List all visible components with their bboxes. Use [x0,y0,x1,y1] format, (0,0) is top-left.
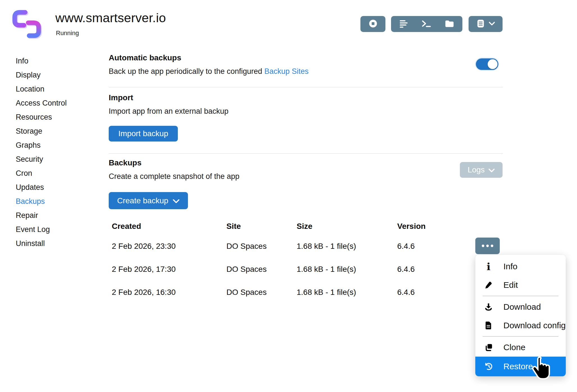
backup-sites-link[interactable]: Backup Sites [264,67,309,76]
menu-divider [483,336,558,337]
sidebar-item-resources[interactable]: Resources [16,110,94,124]
download-icon [483,303,494,311]
menu-item-label: Edit [503,280,518,290]
menu-item-clone[interactable]: Clone [475,338,566,357]
chevron-down-icon [173,196,180,205]
backups-title: Backups [109,158,239,167]
import-section: Import Import app from an external backu… [109,93,228,116]
backups-description: Create a complete snapshot of the app [109,172,239,181]
sidebar-item-event-log[interactable]: Event Log [16,222,94,236]
toggle-knob [488,59,498,69]
folder-icon[interactable] [445,19,454,29]
import-backup-label: Import backup [118,129,168,138]
info-icon: i [483,261,494,272]
sidebar-item-updates[interactable]: Updates [16,180,94,194]
cell-created: 2 Feb 2026, 23:30 [112,242,226,251]
sidebar-item-display[interactable]: Display [16,68,94,82]
chevron-down-icon [489,165,495,174]
page-title: www.smartserver.io [55,11,166,25]
section-divider [109,87,503,87]
row-actions-button[interactable] [475,238,500,254]
cell-size: 1.68 kB - 1 file(s) [297,265,397,274]
sidebar-item-cron[interactable]: Cron [16,166,94,180]
table-row: 2 Feb 2026, 16:30 DO Spaces 1.68 kB - 1 … [112,281,503,304]
section-divider [109,153,503,154]
cell-version: 6.4.6 [397,288,475,297]
sidebar-item-graphs[interactable]: Graphs [16,138,94,152]
sidebar-item-backups[interactable]: Backups [16,194,94,208]
sidebar-item-repair[interactable]: Repair [16,208,94,222]
settings-sidebar: Info Display Location Access Control Res… [16,54,94,250]
menu-item-label: Download config [503,321,566,330]
backups-section: Backups Create a complete snapshot of th… [109,158,239,181]
sidebar-item-security[interactable]: Security [16,152,94,166]
table-row: 2 Feb 2026, 17:30 DO Spaces 1.68 kB - 1 … [112,258,503,281]
toolbar-button-group [391,16,462,32]
import-title: Import [109,93,228,102]
chevron-down-icon [489,22,495,26]
ellipsis-icon [482,245,493,247]
sidebar-item-uninstall[interactable]: Uninstall [16,236,94,250]
stop-app-button[interactable] [360,16,385,32]
clone-icon [483,343,494,352]
column-header-size: Size [297,222,397,231]
table-row: 2 Feb 2026, 23:30 DO Spaces 1.68 kB - 1 … [112,235,503,258]
sidebar-item-location[interactable]: Location [16,82,94,96]
column-header-version: Version [397,222,475,231]
pencil-icon [483,281,494,289]
menu-item-label: Info [503,262,517,271]
automatic-backups-description: Back up the app periodically to the conf… [109,67,463,76]
logs-icon[interactable] [399,19,408,29]
status-badge: Running [56,29,79,37]
terminal-icon[interactable] [422,19,431,29]
sidebar-item-info[interactable]: Info [16,54,94,68]
menu-item-restore[interactable]: Restore [475,357,566,376]
app-settings-page: www.smartserver.io Running [0,0,577,392]
column-header-site: Site [226,222,297,231]
logs-dropdown-button[interactable]: Logs [460,162,503,178]
file-icon [483,321,494,330]
cell-created: 2 Feb 2026, 16:30 [112,288,226,297]
app-log-menu-button[interactable] [469,16,503,32]
history-icon [483,362,494,371]
menu-item-label: Clone [503,343,525,352]
sidebar-item-storage[interactable]: Storage [16,124,94,138]
backup-actions-menu: i Info Edit Download [475,255,566,376]
table-header-row: Created Site Size Version [112,218,503,235]
menu-item-label: Restore [503,362,533,371]
cell-created: 2 Feb 2026, 17:30 [112,265,226,274]
menu-divider [483,296,558,296]
stop-icon [368,19,378,29]
create-backup-button[interactable]: Create backup [109,192,188,209]
sidebar-item-access-control[interactable]: Access Control [16,96,94,110]
menu-item-download-config[interactable]: Download config [475,316,566,335]
menu-item-download[interactable]: Download [475,298,566,316]
backups-table: Created Site Size Version 2 Feb 2026, 23… [112,218,503,304]
book-icon [476,19,485,29]
cell-size: 1.68 kB - 1 file(s) [297,288,397,297]
create-backup-label: Create backup [117,196,168,205]
menu-item-info[interactable]: i Info [475,257,566,276]
import-description: Import app from an external backup [109,107,228,116]
cell-size: 1.68 kB - 1 file(s) [297,242,397,251]
menu-item-label: Download [503,302,541,312]
cell-version: 6.4.6 [397,242,475,251]
logs-label: Logs [468,165,485,174]
description-text: Back up the app periodically to the conf… [109,67,262,76]
automatic-backups-title: Automatic backups [109,53,463,62]
column-header-created: Created [112,222,226,231]
automatic-backups-section: Automatic backups Back up the app period… [109,53,463,76]
cell-site: DO Spaces [226,265,297,274]
cell-version: 6.4.6 [397,265,475,274]
import-backup-button[interactable]: Import backup [109,126,178,142]
cell-site: DO Spaces [226,288,297,297]
cell-site: DO Spaces [226,242,297,251]
app-logo [11,9,42,40]
automatic-backups-toggle[interactable] [476,58,498,70]
menu-item-edit[interactable]: Edit [475,276,566,294]
